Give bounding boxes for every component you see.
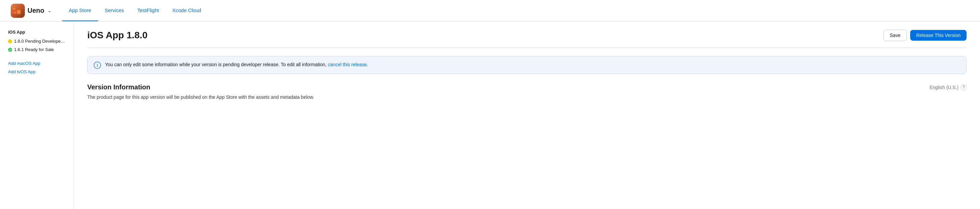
svg-text:i: i	[97, 63, 98, 68]
version-info-description: The product page for this app version wi…	[87, 94, 967, 101]
nav-tabs: App Store Services TestFlight Xcode Clou…	[62, 0, 208, 21]
page-layout: iOS App 1.8.0 Pending Developer Re... 1.…	[0, 21, 980, 209]
svg-point-5	[18, 13, 19, 15]
sidebar-item-v161-label: 1.6.1 Ready for Sale	[14, 47, 54, 52]
brand-logo-svg	[13, 5, 23, 16]
tab-testflight[interactable]: TestFlight	[130, 0, 165, 21]
cancel-release-link[interactable]: cancel this release	[328, 62, 367, 67]
sidebar-item-v161[interactable]: 1.6.1 Ready for Sale	[5, 46, 68, 53]
version-info-section-header: Version Information English (U.S.) ?	[87, 83, 967, 91]
sidebar-item-v180-label: 1.8.0 Pending Developer Re...	[14, 39, 65, 44]
status-dot-ready	[8, 48, 12, 52]
svg-rect-3	[13, 8, 15, 10]
main-content: iOS App 1.8.0 Save Release This Version …	[74, 21, 980, 209]
locale-label: English (U.S.)	[930, 85, 959, 90]
locale-help-button[interactable]: ?	[961, 85, 967, 90]
version-info-title: Version Information	[87, 83, 150, 91]
release-version-button[interactable]: Release This Version	[910, 30, 967, 41]
page-header: iOS App 1.8.0 Save Release This Version	[87, 30, 967, 41]
info-banner-text: You can only edit some information while…	[105, 61, 368, 68]
top-nav: Ueno ⌄ App Store Services TestFlight Xco…	[0, 0, 980, 21]
add-tvos-app-link[interactable]: Add tvOS App	[5, 68, 68, 76]
tab-services[interactable]: Services	[98, 0, 131, 21]
brand-name: Ueno	[27, 7, 44, 14]
sidebar: iOS App 1.8.0 Pending Developer Re... 1.…	[0, 21, 74, 209]
page-title: iOS App 1.8.0	[87, 30, 147, 41]
save-button[interactable]: Save	[883, 30, 907, 41]
header-divider	[87, 48, 967, 48]
info-icon: i	[94, 62, 101, 69]
brand-chevron-icon[interactable]: ⌄	[48, 8, 51, 13]
sidebar-section-title: iOS App	[5, 30, 68, 35]
checkmark-icon	[9, 48, 11, 51]
brand[interactable]: Ueno ⌄	[11, 4, 51, 18]
info-text-after: .	[367, 62, 368, 67]
tab-app-store[interactable]: App Store	[62, 0, 98, 21]
header-actions: Save Release This Version	[883, 30, 967, 41]
tab-xcode-cloud[interactable]: Xcode Cloud	[165, 0, 208, 21]
svg-point-4	[13, 13, 15, 15]
add-macos-app-link[interactable]: Add macOS App	[5, 59, 68, 67]
info-text-before: You can only edit some information while…	[105, 62, 328, 67]
info-banner: i You can only edit some information whi…	[87, 56, 967, 74]
brand-icon	[11, 4, 25, 18]
section-locale: English (U.S.) ?	[930, 85, 967, 90]
status-dot-pending	[8, 39, 12, 43]
sidebar-item-v180[interactable]: 1.8.0 Pending Developer Re...	[5, 37, 68, 45]
